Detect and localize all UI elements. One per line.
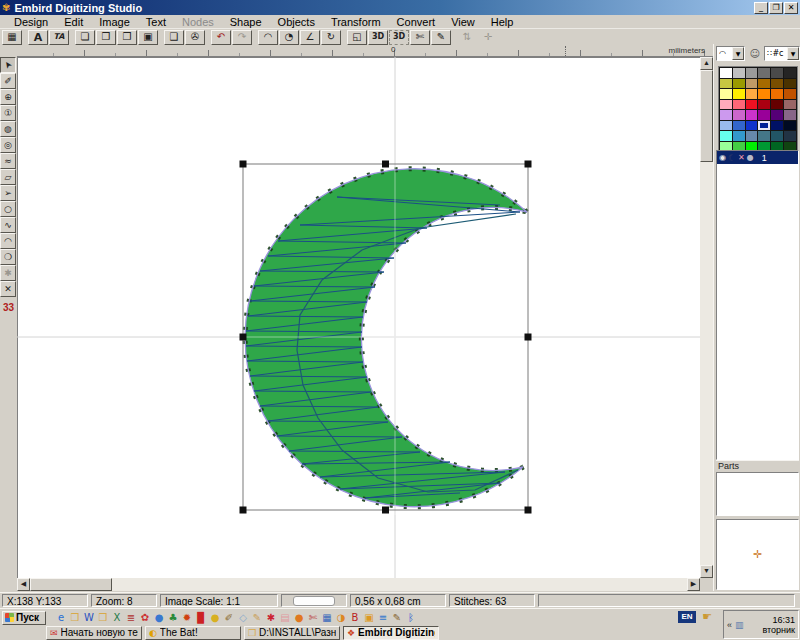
menu-item[interactable]: View bbox=[443, 15, 483, 29]
title-bar[interactable]: ✾ Embird Digitizing Studio _❐✕ bbox=[0, 0, 800, 15]
color-swatch[interactable] bbox=[720, 110, 732, 120]
menu-item[interactable]: Edit bbox=[56, 15, 91, 29]
handle-bottom-right[interactable] bbox=[525, 507, 532, 514]
app-icon[interactable]: ● bbox=[208, 611, 222, 625]
order-up-down-icon[interactable]: ⇅ bbox=[457, 30, 477, 45]
color-swatch[interactable] bbox=[733, 68, 745, 78]
app-icon[interactable]: ✄ bbox=[306, 611, 320, 625]
chevron-down-icon[interactable]: ▼ bbox=[787, 47, 799, 60]
handle-top-left[interactable] bbox=[240, 161, 247, 168]
zoom-1to1-tool[interactable]: ① bbox=[0, 105, 16, 121]
color-swatch[interactable] bbox=[784, 110, 796, 120]
app-icon[interactable]: ▣ bbox=[362, 611, 376, 625]
taskbar-window-embird[interactable]: ❖ Embird Digitizing Stud... bbox=[343, 626, 439, 640]
color-swatch[interactable] bbox=[733, 121, 745, 131]
design-browser-icon[interactable]: ▦ bbox=[2, 30, 22, 45]
save-design-icon[interactable]: ▣ bbox=[138, 30, 158, 45]
open-design-icon[interactable]: ❒ bbox=[96, 30, 116, 45]
color-swatch[interactable] bbox=[784, 121, 796, 131]
arc-tool[interactable]: ◠ bbox=[0, 233, 16, 249]
taskbar-window-forum[interactable]: ✉ Начать новую тему :: B... bbox=[46, 626, 142, 640]
menu-item[interactable]: Help bbox=[483, 15, 522, 29]
center-design-icon[interactable]: ✛ bbox=[478, 30, 498, 45]
color-swatch[interactable] bbox=[771, 110, 783, 120]
measure-curve-icon[interactable]: ◠ bbox=[258, 30, 278, 45]
color-swatch[interactable] bbox=[784, 79, 796, 89]
color-swatch[interactable] bbox=[720, 121, 732, 131]
color-swatch[interactable] bbox=[758, 100, 770, 110]
column-shape-tool[interactable]: ▱ bbox=[0, 169, 16, 185]
menu-item[interactable]: Image bbox=[91, 15, 138, 29]
word-icon[interactable]: W bbox=[82, 611, 96, 625]
stitch-edit-icon[interactable]: ✄ bbox=[410, 30, 430, 45]
fill-shape-tool[interactable]: ◍ bbox=[0, 121, 16, 137]
app-icon[interactable]: ≡ bbox=[376, 611, 390, 625]
outline-shape-tool[interactable]: ❍ bbox=[0, 249, 16, 265]
taskbar-window-thebat[interactable]: ◐ The Bat! bbox=[145, 626, 241, 640]
app-icon[interactable]: ▉ bbox=[194, 611, 208, 625]
menu-item[interactable]: Convert bbox=[389, 15, 444, 29]
color-swatch[interactable] bbox=[784, 89, 796, 99]
color-swatch[interactable] bbox=[746, 131, 758, 141]
import-design-icon[interactable]: ❐ bbox=[117, 30, 137, 45]
network-icon[interactable]: ▥ bbox=[735, 620, 744, 630]
color-swatch[interactable] bbox=[733, 110, 745, 120]
color-swatch[interactable] bbox=[758, 131, 770, 141]
start-button[interactable]: Пуск bbox=[2, 611, 46, 625]
zoom-tool[interactable]: ⊕ bbox=[0, 89, 16, 105]
app-icon[interactable]: ✹ bbox=[180, 611, 194, 625]
fill-hole-shape-tool[interactable]: ◎ bbox=[0, 137, 16, 153]
color-swatch[interactable] bbox=[758, 110, 770, 120]
scroll-down-button[interactable]: ▼ bbox=[700, 565, 713, 578]
hand-pointer-icon[interactable]: ☛ bbox=[702, 610, 712, 623]
image-edit-icon[interactable]: ✎ bbox=[431, 30, 451, 45]
color-swatch[interactable] bbox=[771, 121, 783, 131]
zigzag-stitch-tool[interactable]: ∿ bbox=[0, 217, 16, 233]
handle-mid-right[interactable] bbox=[525, 334, 532, 341]
color-swatch[interactable] bbox=[746, 79, 758, 89]
vertical-scroll-thumb[interactable] bbox=[700, 70, 713, 162]
app-icon[interactable]: ◑ bbox=[334, 611, 348, 625]
menu-item[interactable]: Shape bbox=[222, 15, 270, 29]
app-icon[interactable]: ▦ bbox=[320, 611, 334, 625]
handle-bottom-left[interactable] bbox=[240, 507, 247, 514]
curve-type-combo[interactable]: ◠ ▼ bbox=[716, 46, 745, 61]
cross-stitch-tool[interactable]: ✕ bbox=[0, 281, 16, 297]
undo-icon[interactable]: ↶ bbox=[211, 30, 231, 45]
color-swatch[interactable] bbox=[771, 100, 783, 110]
color-swatch[interactable] bbox=[758, 89, 770, 99]
color-swatch[interactable] bbox=[771, 89, 783, 99]
text-tool-icon[interactable]: A bbox=[28, 30, 48, 45]
handle-bottom-center[interactable] bbox=[382, 507, 389, 514]
closed-curve-tool[interactable]: ○ bbox=[0, 201, 16, 217]
app-icon[interactable]: ✱ bbox=[264, 611, 278, 625]
app-icon[interactable]: ● bbox=[152, 611, 166, 625]
vertical-scrollbar[interactable]: ▲ ▼ bbox=[700, 57, 713, 578]
menu-item[interactable]: Objects bbox=[270, 15, 323, 29]
app-icon[interactable]: ● bbox=[292, 611, 306, 625]
ie-icon[interactable]: e bbox=[54, 611, 68, 625]
scroll-up-button[interactable]: ▲ bbox=[700, 57, 713, 70]
preview-window-icon[interactable]: ◱ bbox=[347, 30, 367, 45]
bluetooth-icon[interactable]: ᛒ bbox=[404, 611, 418, 625]
app-icon[interactable]: B bbox=[348, 611, 362, 625]
app-icon[interactable]: ✿ bbox=[138, 611, 152, 625]
pointer-tool[interactable]: ➤ bbox=[0, 57, 16, 73]
app-icon[interactable]: ♣ bbox=[166, 611, 180, 625]
color-swatch[interactable] bbox=[720, 68, 732, 78]
handle-top-center[interactable] bbox=[382, 161, 389, 168]
folder-icon[interactable]: ❒ bbox=[68, 611, 82, 625]
folder-icon[interactable]: ❒ bbox=[96, 611, 110, 625]
scroll-left-button[interactable]: ◀ bbox=[17, 578, 30, 591]
color-swatch[interactable] bbox=[758, 121, 770, 131]
paste-icon[interactable]: ✇ bbox=[185, 30, 205, 45]
color-swatch[interactable] bbox=[746, 100, 758, 110]
tray-collapse-button[interactable]: « bbox=[727, 620, 732, 630]
handle-top-right[interactable] bbox=[525, 161, 532, 168]
auto-shape-tool[interactable]: ✱ bbox=[0, 265, 16, 281]
color-swatch[interactable] bbox=[733, 131, 745, 141]
menu-item[interactable]: Text bbox=[138, 15, 174, 29]
density-gauge-icon[interactable]: ◔ bbox=[279, 30, 299, 45]
assistant-button[interactable]: ☺ bbox=[746, 45, 763, 62]
rotate-tool-icon[interactable]: ↻ bbox=[321, 30, 341, 45]
